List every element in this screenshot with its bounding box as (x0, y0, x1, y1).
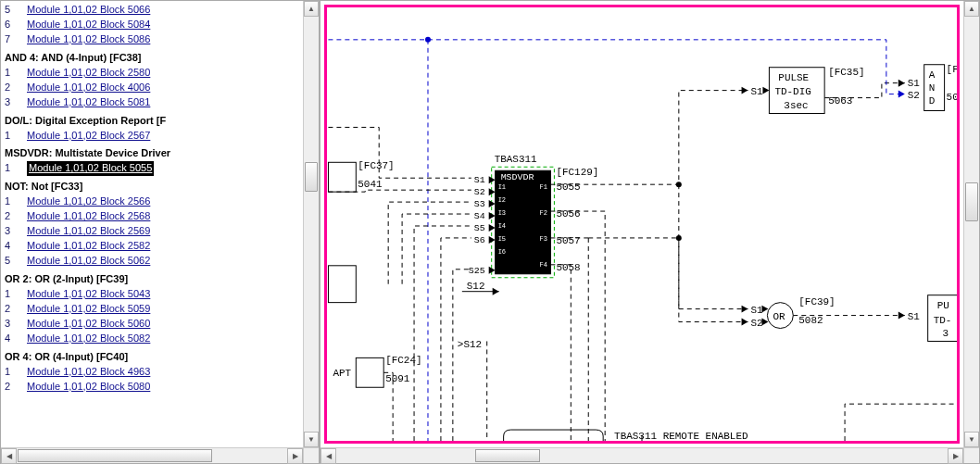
pin-label: S2 (750, 318, 762, 329)
tree-index: 1 (5, 365, 16, 380)
tree-link[interactable]: Module 1,01,02 Block 5059 (27, 302, 150, 317)
tree-row[interactable]: 1Module 1,01,02 Block 2566 (5, 194, 315, 209)
tree-row[interactable]: 3Module 1,01,02 Block 2569 (5, 224, 315, 239)
svg-text:F1: F1 (539, 183, 547, 191)
block-output: 5091 (385, 373, 410, 384)
tree-row[interactable]: 2Module 1,01,02 Block 2568 (5, 209, 315, 224)
diagram-horizontal-scrollbar[interactable]: ◀ ▶ (320, 447, 963, 463)
tree-link[interactable]: Module 1,01,02 Block 5062 (27, 254, 150, 269)
svg-marker-18 (489, 188, 496, 195)
tree-pane: 5Module 1,01,02 Block 50666Module 1,01,0… (0, 0, 320, 464)
block-split[interactable] (328, 266, 356, 303)
scroll-down-button[interactable]: ▼ (964, 432, 979, 447)
tree-link[interactable]: Module 1,01,02 Block 2580 (27, 66, 150, 81)
tree-horizontal-scrollbar[interactable]: ◀ ▶ (1, 447, 303, 463)
svg-text:S1: S1 (474, 175, 485, 185)
tree-link[interactable]: Module 1,01,02 Block 2582 (27, 239, 150, 254)
tree-link[interactable]: Module 1,01,02 Block 5081 (27, 95, 150, 110)
tree-row[interactable]: 2Module 1,01,02 Block 5080 (5, 380, 315, 395)
tree-link[interactable]: Module 1,01,02 Block 2568 (27, 209, 150, 224)
arrowhead-icon (761, 319, 768, 326)
tree-row[interactable]: 5Module 1,01,02 Block 5062 (5, 254, 315, 269)
tree-link[interactable]: Module 1,01,02 Block 5084 (27, 18, 150, 32)
scroll-left-button[interactable]: ◀ (320, 448, 336, 464)
scroll-right-button[interactable]: ▶ (287, 448, 303, 464)
svg-text:5057: 5057 (556, 235, 580, 246)
tree-link[interactable]: Module 1,01,02 Block 2566 (27, 194, 150, 209)
tree-group-header[interactable]: AND 4: AND (4-Input) [FC38] (5, 51, 315, 66)
wire (414, 226, 471, 441)
svg-text:S25: S25 (469, 266, 485, 276)
tree-link[interactable]: Module 1,01,02 Block 5055 (27, 161, 154, 176)
wire (453, 270, 471, 441)
svg-marker-21 (489, 224, 496, 232)
msdvdr-outputs: 5055 5056 5057 5058 (556, 182, 580, 273)
block-fc37a[interactable] (328, 162, 356, 192)
tree-group-header[interactable]: DO/L: Digital Exception Report [F (5, 114, 315, 129)
tree-index: 4 (5, 332, 16, 346)
block-name: PULSE (778, 72, 809, 83)
tree-vertical-scrollbar[interactable]: ▲ ▼ (303, 1, 319, 447)
arrowhead-icon (493, 288, 499, 295)
block-label: APT (333, 368, 351, 379)
arrowhead-icon (898, 80, 905, 87)
tree-link[interactable]: Module 1,01,02 Block 2567 (27, 129, 150, 144)
tree-link[interactable]: Module 1,01,02 Block 5043 (27, 287, 150, 302)
wire (550, 265, 571, 441)
tree-row[interactable]: 4Module 1,01,02 Block 5082 (5, 332, 315, 346)
tree-row[interactable]: 1Module 1,01,02 Block 5043 (5, 287, 315, 302)
svg-text:S3: S3 (474, 199, 485, 209)
scroll-corner (303, 447, 319, 463)
block-fc-label: [FC35] (828, 67, 864, 78)
scroll-thumb[interactable] (475, 449, 540, 462)
tree-group-header[interactable]: NOT: Not [FC33] (5, 180, 315, 194)
tree-link[interactable]: Module 1,01,02 Block 5066 (27, 3, 150, 18)
scroll-down-button[interactable]: ▼ (304, 432, 319, 447)
tree-row[interactable]: 1Module 1,01,02 Block 5055 (5, 161, 315, 176)
tree-row[interactable]: 3Module 1,01,02 Block 5060 (5, 317, 315, 332)
tree-row[interactable]: 1Module 1,01,02 Block 2580 (5, 66, 315, 81)
tree-index: 1 (5, 194, 16, 209)
tree-index: 1 (5, 129, 16, 144)
tree-link[interactable]: Module 1,01,02 Block 5086 (27, 32, 150, 47)
scroll-corner (963, 447, 979, 463)
tree-link[interactable]: Module 1,01,02 Block 4963 (27, 365, 150, 380)
tree-row[interactable]: 1Module 1,01,02 Block 2567 (5, 129, 315, 144)
svg-text:I2: I2 (498, 196, 506, 204)
tree-link[interactable]: Module 1,01,02 Block 4006 (27, 81, 150, 95)
tree-index: 2 (5, 302, 16, 317)
tree-group-header[interactable]: MSDVDR: Multistate Device Driver (5, 146, 315, 161)
svg-text:I4: I4 (498, 222, 506, 230)
tree-link[interactable]: Module 1,01,02 Block 2569 (27, 224, 150, 239)
tree-row[interactable]: 5Module 1,01,02 Block 5066 (5, 3, 315, 18)
scroll-up-button[interactable]: ▲ (964, 1, 979, 17)
tree-row[interactable]: 2Module 1,01,02 Block 5059 (5, 302, 315, 317)
scroll-thumb[interactable] (18, 449, 212, 462)
tree-link[interactable]: Module 1,01,02 Block 5060 (27, 317, 150, 332)
block-sub: TD- (934, 315, 952, 326)
diagram-canvas[interactable]: S12 >S12 [FC37] 5041 APT [FC24] 5091 TBA… (324, 5, 960, 444)
diagram-svg[interactable]: S12 >S12 [FC37] 5041 APT [FC24] 5091 TBA… (327, 7, 957, 441)
tree-viewport: 5Module 1,01,02 Block 50666Module 1,01,0… (1, 1, 319, 463)
tree-group-header[interactable]: OR 4: OR (4-Input) [FC40] (5, 350, 315, 365)
scroll-thumb[interactable] (965, 182, 978, 221)
tree-index: 4 (5, 239, 16, 254)
tree-row[interactable]: 3Module 1,01,02 Block 5081 (5, 95, 315, 110)
tree-row[interactable]: 1Module 1,01,02 Block 4963 (5, 365, 315, 380)
scroll-thumb[interactable] (305, 162, 318, 192)
tree-link[interactable]: Module 1,01,02 Block 5082 (27, 332, 150, 346)
diagram-vertical-scrollbar[interactable]: ▲ ▼ (963, 1, 979, 447)
block-fc-label: [FC129] (556, 167, 598, 178)
scroll-left-button[interactable]: ◀ (1, 448, 17, 464)
scroll-up-button[interactable]: ▲ (304, 1, 319, 17)
tree-link[interactable]: Module 1,01,02 Block 5080 (27, 380, 150, 395)
tree-group-header[interactable]: OR 2: OR (2-Input) [FC39] (5, 272, 315, 287)
tree-row[interactable]: 2Module 1,01,02 Block 4006 (5, 81, 315, 95)
wire (845, 404, 955, 441)
tree-row[interactable]: 6Module 1,01,02 Block 5084 (5, 18, 315, 32)
tree-row[interactable]: 4Module 1,01,02 Block 2582 (5, 239, 315, 254)
block-fc24[interactable] (356, 357, 383, 387)
tree-row[interactable]: 7Module 1,01,02 Block 5086 (5, 32, 315, 47)
scroll-right-button[interactable]: ▶ (948, 448, 963, 464)
pin-label: >S12 (458, 339, 482, 350)
